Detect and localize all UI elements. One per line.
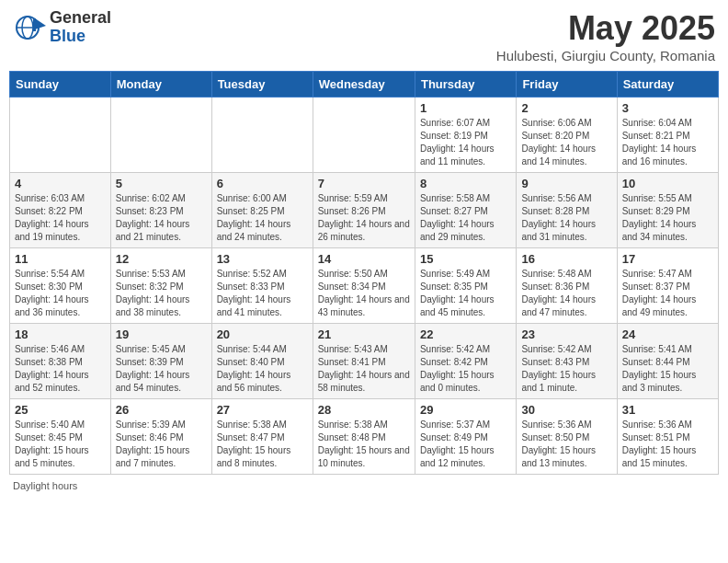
day-detail: Sunrise: 5:36 AMSunset: 8:51 PMDaylight:… bbox=[622, 419, 713, 470]
day-detail: Sunrise: 5:45 AMSunset: 8:39 PMDaylight:… bbox=[116, 343, 207, 395]
day-detail: Sunrise: 6:00 AMSunset: 8:25 PMDaylight:… bbox=[217, 192, 308, 244]
day-detail: Sunrise: 6:03 AMSunset: 8:22 PMDaylight:… bbox=[15, 192, 106, 244]
calendar-cell: 25Sunrise: 5:40 AMSunset: 8:45 PMDayligh… bbox=[10, 399, 111, 475]
day-detail: Sunrise: 5:54 AMSunset: 8:30 PMDaylight:… bbox=[15, 268, 106, 319]
day-detail: Sunrise: 5:38 AMSunset: 8:47 PMDaylight:… bbox=[217, 419, 308, 470]
day-number: 28 bbox=[318, 403, 410, 417]
calendar-cell: 7Sunrise: 5:59 AMSunset: 8:26 PMDaylight… bbox=[313, 173, 415, 248]
calendar-cell: 14Sunrise: 5:50 AMSunset: 8:34 PMDayligh… bbox=[313, 248, 415, 324]
page-header: General Blue May 2025 Hulubesti, Giurgiu… bbox=[9, 9, 719, 63]
location-subtitle: Hulubesti, Giurgiu County, Romania bbox=[496, 48, 715, 63]
header-tuesday: Tuesday bbox=[211, 72, 313, 98]
title-area: May 2025 Hulubesti, Giurgiu County, Roma… bbox=[496, 9, 715, 63]
day-detail: Sunrise: 5:39 AMSunset: 8:46 PMDaylight:… bbox=[116, 419, 207, 470]
calendar-header-row: Sunday Monday Tuesday Wednesday Thursday… bbox=[10, 72, 719, 98]
calendar-cell: 17Sunrise: 5:47 AMSunset: 8:37 PMDayligh… bbox=[617, 248, 718, 324]
calendar-cell: 22Sunrise: 5:42 AMSunset: 8:42 PMDayligh… bbox=[415, 324, 516, 399]
day-detail: Sunrise: 6:07 AMSunset: 8:19 PMDaylight:… bbox=[420, 117, 511, 168]
calendar-week-row: 18Sunrise: 5:46 AMSunset: 8:38 PMDayligh… bbox=[10, 324, 719, 399]
logo-text: General Blue bbox=[50, 9, 111, 46]
calendar-week-row: 1Sunrise: 6:07 AMSunset: 8:19 PMDaylight… bbox=[10, 98, 719, 173]
calendar-table: Sunday Monday Tuesday Wednesday Thursday… bbox=[9, 71, 719, 475]
calendar-cell bbox=[10, 98, 111, 173]
day-detail: Sunrise: 5:47 AMSunset: 8:37 PMDaylight:… bbox=[622, 268, 713, 319]
calendar-cell: 6Sunrise: 6:00 AMSunset: 8:25 PMDaylight… bbox=[211, 173, 313, 248]
calendar-cell: 31Sunrise: 5:36 AMSunset: 8:51 PMDayligh… bbox=[617, 399, 718, 475]
day-number: 18 bbox=[15, 327, 106, 341]
day-detail: Sunrise: 5:55 AMSunset: 8:29 PMDaylight:… bbox=[622, 192, 713, 244]
calendar-week-row: 11Sunrise: 5:54 AMSunset: 8:30 PMDayligh… bbox=[10, 248, 719, 324]
day-number: 9 bbox=[521, 177, 611, 190]
logo: General Blue bbox=[13, 9, 111, 46]
day-number: 14 bbox=[318, 252, 410, 266]
day-number: 4 bbox=[15, 177, 106, 190]
day-number: 31 bbox=[622, 403, 713, 417]
calendar-cell bbox=[211, 98, 313, 173]
day-detail: Sunrise: 5:53 AMSunset: 8:32 PMDaylight:… bbox=[116, 268, 207, 319]
day-number: 5 bbox=[116, 177, 207, 190]
day-detail: Sunrise: 5:44 AMSunset: 8:40 PMDaylight:… bbox=[217, 343, 308, 395]
calendar-week-row: 25Sunrise: 5:40 AMSunset: 8:45 PMDayligh… bbox=[10, 399, 719, 475]
day-number: 15 bbox=[420, 252, 511, 266]
calendar-cell bbox=[110, 98, 211, 173]
day-number: 29 bbox=[420, 403, 511, 417]
calendar-cell: 26Sunrise: 5:39 AMSunset: 8:46 PMDayligh… bbox=[110, 399, 211, 475]
day-detail: Sunrise: 5:56 AMSunset: 8:28 PMDaylight:… bbox=[521, 192, 611, 244]
calendar-cell: 27Sunrise: 5:38 AMSunset: 8:47 PMDayligh… bbox=[211, 399, 313, 475]
day-number: 1 bbox=[420, 101, 511, 115]
calendar-cell: 5Sunrise: 6:02 AMSunset: 8:23 PMDaylight… bbox=[110, 173, 211, 248]
footer-note-text: Daylight hours bbox=[13, 480, 77, 491]
calendar-cell: 15Sunrise: 5:49 AMSunset: 8:35 PMDayligh… bbox=[415, 248, 516, 324]
day-number: 16 bbox=[521, 252, 611, 266]
header-monday: Monday bbox=[110, 72, 211, 98]
day-detail: Sunrise: 5:49 AMSunset: 8:35 PMDaylight:… bbox=[420, 268, 511, 319]
day-detail: Sunrise: 5:41 AMSunset: 8:44 PMDaylight:… bbox=[622, 343, 713, 395]
header-friday: Friday bbox=[517, 72, 617, 98]
calendar-cell: 3Sunrise: 6:04 AMSunset: 8:21 PMDaylight… bbox=[617, 98, 718, 173]
header-sunday: Sunday bbox=[10, 72, 111, 98]
logo-general-text: General bbox=[50, 9, 111, 28]
day-number: 11 bbox=[15, 252, 106, 266]
day-detail: Sunrise: 5:42 AMSunset: 8:43 PMDaylight:… bbox=[521, 343, 611, 395]
calendar-cell: 30Sunrise: 5:36 AMSunset: 8:50 PMDayligh… bbox=[517, 399, 617, 475]
month-title: May 2025 bbox=[496, 9, 715, 48]
calendar-cell: 16Sunrise: 5:48 AMSunset: 8:36 PMDayligh… bbox=[517, 248, 617, 324]
calendar-cell: 28Sunrise: 5:38 AMSunset: 8:48 PMDayligh… bbox=[313, 399, 415, 475]
calendar-cell: 21Sunrise: 5:43 AMSunset: 8:41 PMDayligh… bbox=[313, 324, 415, 399]
day-number: 30 bbox=[521, 403, 611, 417]
calendar-cell: 23Sunrise: 5:42 AMSunset: 8:43 PMDayligh… bbox=[517, 324, 617, 399]
day-number: 17 bbox=[622, 252, 713, 266]
calendar-cell: 20Sunrise: 5:44 AMSunset: 8:40 PMDayligh… bbox=[211, 324, 313, 399]
day-detail: Sunrise: 5:48 AMSunset: 8:36 PMDaylight:… bbox=[521, 268, 611, 319]
calendar-cell bbox=[313, 98, 415, 173]
day-number: 3 bbox=[622, 101, 713, 115]
day-number: 23 bbox=[521, 327, 611, 341]
day-detail: Sunrise: 5:37 AMSunset: 8:49 PMDaylight:… bbox=[420, 419, 511, 470]
day-number: 25 bbox=[15, 403, 106, 417]
day-number: 24 bbox=[622, 327, 713, 341]
day-number: 6 bbox=[217, 177, 308, 190]
day-number: 10 bbox=[622, 177, 713, 190]
header-saturday: Saturday bbox=[617, 72, 718, 98]
svg-rect-5 bbox=[33, 18, 36, 31]
day-detail: Sunrise: 5:46 AMSunset: 8:38 PMDaylight:… bbox=[15, 343, 106, 395]
day-number: 27 bbox=[217, 403, 308, 417]
calendar-cell: 1Sunrise: 6:07 AMSunset: 8:19 PMDaylight… bbox=[415, 98, 516, 173]
calendar-cell: 9Sunrise: 5:56 AMSunset: 8:28 PMDaylight… bbox=[517, 173, 617, 248]
calendar-cell: 29Sunrise: 5:37 AMSunset: 8:49 PMDayligh… bbox=[415, 399, 516, 475]
day-number: 2 bbox=[521, 101, 611, 115]
header-thursday: Thursday bbox=[415, 72, 516, 98]
calendar-cell: 11Sunrise: 5:54 AMSunset: 8:30 PMDayligh… bbox=[10, 248, 111, 324]
day-number: 8 bbox=[420, 177, 511, 190]
day-detail: Sunrise: 5:50 AMSunset: 8:34 PMDaylight:… bbox=[318, 268, 410, 319]
day-detail: Sunrise: 5:43 AMSunset: 8:41 PMDaylight:… bbox=[318, 343, 410, 395]
calendar-cell: 2Sunrise: 6:06 AMSunset: 8:20 PMDaylight… bbox=[517, 98, 617, 173]
day-number: 26 bbox=[116, 403, 207, 417]
day-detail: Sunrise: 5:38 AMSunset: 8:48 PMDaylight:… bbox=[318, 419, 410, 470]
logo-icon bbox=[13, 11, 46, 44]
day-number: 12 bbox=[116, 252, 207, 266]
calendar-cell: 12Sunrise: 5:53 AMSunset: 8:32 PMDayligh… bbox=[110, 248, 211, 324]
calendar-cell: 8Sunrise: 5:58 AMSunset: 8:27 PMDaylight… bbox=[415, 173, 516, 248]
day-number: 7 bbox=[318, 177, 410, 190]
day-detail: Sunrise: 6:04 AMSunset: 8:21 PMDaylight:… bbox=[622, 117, 713, 168]
